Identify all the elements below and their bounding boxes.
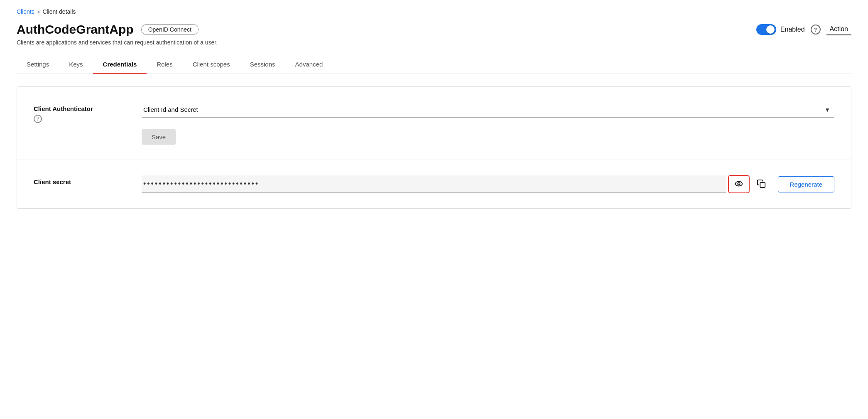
svg-rect-2: [760, 182, 765, 187]
secret-section: Client secret: [17, 160, 851, 208]
authenticator-select[interactable]: Client Id and Secret Signed Jwt Signed J…: [142, 102, 834, 118]
svg-point-1: [738, 182, 740, 185]
credentials-card: Client Authenticator ? Client Id and Sec…: [17, 86, 851, 209]
authenticator-label: Client Authenticator: [34, 105, 125, 112]
header-right: Enabled ? Action: [756, 24, 851, 35]
breadcrumb-current: Client details: [42, 8, 76, 15]
enabled-toggle[interactable]: [756, 24, 776, 35]
authenticator-select-wrapper: Client Id and Secret Signed Jwt Signed J…: [142, 102, 834, 118]
page: Clients > Client details AuthCodeGrantAp…: [0, 0, 868, 419]
subtitle: Clients are applications and services th…: [17, 39, 851, 46]
help-icon[interactable]: ?: [811, 25, 821, 35]
authenticator-section: Client Authenticator ? Client Id and Sec…: [17, 87, 851, 160]
authenticator-help-icon[interactable]: ?: [34, 115, 42, 123]
copy-icon: [757, 179, 766, 190]
enabled-toggle-wrapper: Enabled: [756, 24, 805, 35]
save-button[interactable]: Save: [142, 129, 176, 145]
copy-secret-button[interactable]: [753, 175, 770, 193]
secret-label-col: Client secret: [34, 175, 125, 185]
action-button[interactable]: Action: [826, 24, 851, 35]
tabs-nav: Settings Keys Credentials Roles Client s…: [17, 56, 851, 74]
breadcrumb-separator: >: [37, 9, 40, 15]
header: AuthCodeGrantApp OpenID Connect Enabled …: [17, 22, 851, 37]
header-left: AuthCodeGrantApp OpenID Connect: [17, 22, 199, 37]
tab-advanced[interactable]: Advanced: [285, 56, 333, 74]
secret-form-row: Client secret: [34, 175, 834, 193]
enabled-label: Enabled: [780, 26, 805, 33]
tab-client-scopes[interactable]: Client scopes: [183, 56, 240, 74]
authenticator-label-col: Client Authenticator ?: [34, 102, 125, 123]
toggle-secret-visibility-button[interactable]: [728, 175, 750, 193]
authenticator-form-row: Client Authenticator ? Client Id and Sec…: [34, 102, 834, 145]
svg-point-0: [735, 181, 742, 186]
breadcrumb: Clients > Client details: [17, 8, 851, 15]
tab-sessions[interactable]: Sessions: [240, 56, 285, 74]
regenerate-button[interactable]: Regenerate: [778, 176, 834, 192]
protocol-badge: OpenID Connect: [141, 24, 199, 35]
tab-roles[interactable]: Roles: [147, 56, 182, 74]
tab-settings[interactable]: Settings: [17, 56, 59, 74]
eye-icon: [734, 179, 743, 190]
client-secret-input[interactable]: [142, 175, 726, 193]
breadcrumb-clients-link[interactable]: Clients: [17, 8, 34, 15]
secret-control-col: Regenerate: [142, 175, 834, 193]
secret-label: Client secret: [34, 178, 125, 185]
toggle-knob: [766, 25, 775, 34]
tab-credentials[interactable]: Credentials: [93, 56, 147, 74]
tab-keys[interactable]: Keys: [59, 56, 93, 74]
app-title: AuthCodeGrantApp: [17, 22, 134, 37]
authenticator-control-col: Client Id and Secret Signed Jwt Signed J…: [142, 102, 834, 145]
secret-controls-row: Regenerate: [142, 175, 834, 193]
